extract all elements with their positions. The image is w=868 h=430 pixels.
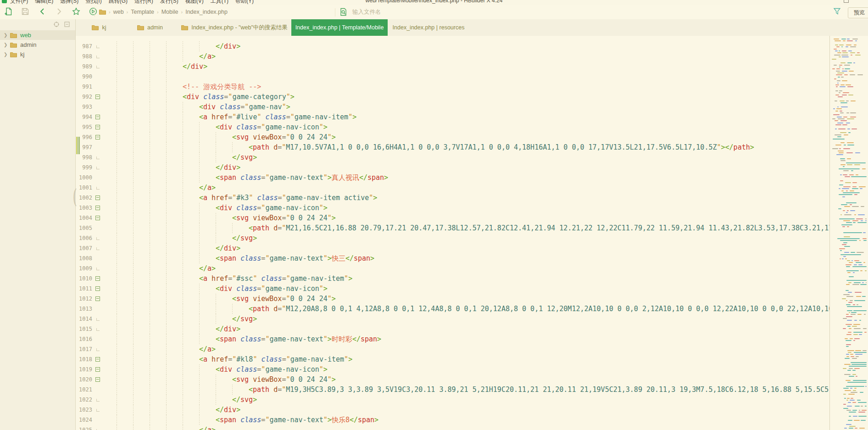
minimap-row: [830, 202, 868, 203]
minimap-row: [830, 374, 868, 375]
minimap-row: [830, 59, 868, 60]
file-search-icon: [339, 8, 348, 16]
menu-item-4[interactable]: 跳转(G): [109, 0, 128, 5]
breadcrumb-item-3[interactable]: Index_index.php: [185, 9, 228, 15]
breadcrumb: ›web›Template›Mobile›Index_index.php: [99, 6, 228, 17]
tab-folder-icon: [181, 25, 188, 30]
tab-2[interactable]: Index_index.php - "web"中的搜索结果: [178, 19, 291, 36]
tab-label: Index_index.php | resources: [393, 24, 465, 31]
minimap-row: [830, 412, 868, 413]
minimap-row: [830, 254, 868, 255]
toolbar-separator: [95, 7, 95, 17]
minimap-row: [830, 145, 868, 145]
menu-item-5[interactable]: 运行(R): [134, 0, 153, 5]
minimap-row: [830, 354, 868, 355]
folder-icon: [10, 33, 17, 38]
locate-file-button[interactable]: [54, 22, 59, 27]
menu-item-1[interactable]: 编辑(E): [35, 0, 53, 5]
chevron-right-icon[interactable]: ❯: [4, 42, 8, 47]
minimap-row: [830, 276, 868, 277]
minimap-row: [830, 220, 868, 221]
save-button[interactable]: [21, 6, 30, 17]
sidebar-item-label: web: [20, 32, 31, 39]
menu-item-6[interactable]: 发行(S): [160, 0, 178, 5]
minimap-row: [830, 118, 868, 119]
minimap-row: [830, 428, 868, 429]
breadcrumb-item-0[interactable]: web: [113, 9, 124, 15]
indent-guide: [117, 72, 117, 82]
tab-1[interactable]: admin: [122, 19, 178, 36]
minimap-row: [830, 280, 868, 281]
minimap-row: [830, 56, 868, 57]
code-editor[interactable]: 987</div>988</a>989</div>990991<!-- 游戏分类…: [76, 36, 829, 430]
minimap-row: [830, 45, 868, 45]
preview-button[interactable]: 预览: [848, 7, 868, 18]
menu-item-3[interactable]: 查找(I): [85, 0, 101, 5]
code-line: 1006</svg>: [76, 233, 829, 243]
menu-item-0[interactable]: 文件(F): [10, 0, 28, 5]
minimap-row: [830, 139, 868, 140]
collapse-all-button[interactable]: [64, 22, 70, 27]
menu-item-7[interactable]: 视图(V): [185, 0, 204, 5]
funnel-icon: [833, 7, 841, 16]
navigate-back-button[interactable]: [38, 6, 47, 17]
minimap-row: [830, 95, 868, 95]
minimap[interactable]: [829, 36, 868, 430]
minimap-row: [830, 314, 868, 315]
file-search-input[interactable]: 输入文件名: [339, 6, 381, 17]
minimap-row: [830, 352, 868, 353]
minimap-row: [830, 366, 868, 367]
menu-item-8[interactable]: 工具(T): [211, 0, 228, 5]
chevron-right-icon[interactable]: ❯: [4, 52, 8, 57]
tab-3[interactable]: Index_index.php | Template/Mobile: [291, 19, 388, 36]
minimap-row: [830, 92, 868, 93]
minimap-row: [830, 204, 868, 205]
tab-0[interactable]: kj: [76, 19, 122, 36]
window-title: web/Template/Mobile/Index_index.php - HB…: [366, 0, 503, 4]
navigate-forward-button[interactable]: [55, 6, 64, 17]
minimap-row: [830, 176, 868, 177]
minimap-row: [830, 304, 868, 305]
app-icon: [2, 0, 7, 3]
favorite-button[interactable]: [72, 6, 81, 17]
menu-item-2[interactable]: 选择(S): [60, 0, 78, 5]
minimap-row: [830, 272, 868, 273]
minimap-row: [830, 328, 868, 329]
sidebar-item-admin[interactable]: ❯admin: [0, 40, 75, 50]
minimap-row: [830, 306, 868, 307]
minimap-row: [830, 111, 868, 112]
minimap-row: [830, 102, 868, 103]
breadcrumb-item-1[interactable]: Template: [131, 9, 154, 15]
minimap-row: [830, 49, 868, 50]
code-line: 1017</a>: [76, 344, 829, 354]
minimap-row: [830, 424, 868, 425]
gutter-fold-arc: (: [73, 185, 77, 208]
minimap-row: [830, 65, 868, 66]
new-file-button[interactable]: [4, 6, 13, 17]
code-line: 1016<span class="game-nav-text">时时彩</spa…: [76, 334, 829, 344]
chevron-right-icon[interactable]: ❯: [4, 33, 8, 38]
minimap-row: [830, 168, 868, 169]
tab-4[interactable]: Index_index.php | resources: [388, 19, 469, 36]
minimap-row: [830, 416, 868, 417]
breadcrumb-item-2[interactable]: Mobile: [161, 9, 178, 15]
search-separator: [335, 8, 335, 17]
code-line: 1024<span class="game-nav-text">快乐8</spa…: [76, 415, 829, 425]
sidebar-item-kj[interactable]: ❯kj: [0, 50, 75, 59]
minimap-row: [830, 380, 868, 381]
filter-button[interactable]: [833, 7, 841, 16]
menu-item-9[interactable]: 帮助(Y): [235, 0, 254, 5]
code-line: 992<div class="game-category">: [76, 92, 829, 102]
minimap-row: [830, 78, 868, 79]
code-line: 999</div>: [76, 162, 829, 173]
run-icon: [89, 7, 97, 16]
sidebar-item-web[interactable]: ❯web: [0, 30, 75, 40]
minimap-row: [830, 134, 868, 135]
minimap-row: [830, 250, 868, 251]
minimap-row: [830, 402, 868, 403]
indent-guide: [166, 72, 167, 82]
window-restore-icon[interactable]: [844, 0, 849, 3]
run-button[interactable]: [89, 6, 98, 17]
minimap-row: [830, 192, 868, 193]
minimap-row: [830, 108, 868, 109]
